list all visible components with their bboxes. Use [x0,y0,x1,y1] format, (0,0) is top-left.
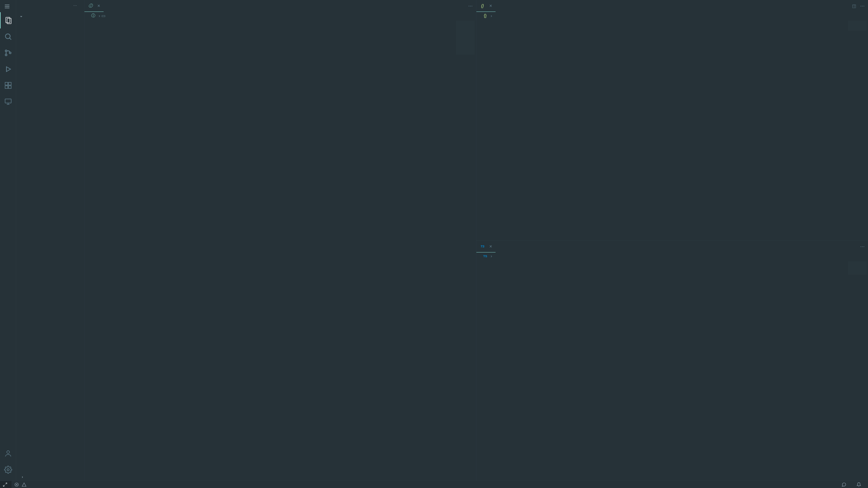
close-icon[interactable]: × [97,3,100,8]
errors-item[interactable] [12,481,31,488]
tab-package[interactable]: {} × [476,0,496,12]
close-icon[interactable]: × [489,3,492,8]
json-icon: {} [482,13,488,18]
extensions-icon[interactable] [0,77,16,94]
explorer-icon[interactable] [0,12,16,28]
svg-point-8 [5,54,7,56]
breadcrumb[interactable]: TS › [476,252,868,260]
svg-rect-15 [5,99,11,103]
theme-indicator[interactable] [0,481,12,488]
tabs-left: ⓘ × ⋯ [84,0,476,12]
minimap[interactable] [848,21,867,31]
markdown-icon: ⓘ [88,3,93,8]
svg-line-21 [3,485,5,486]
svg-rect-13 [5,86,8,88]
file-tree [16,19,84,473]
svg-line-20 [5,483,7,484]
minimap[interactable] [456,21,475,55]
menu-icon[interactable] [4,3,10,11]
editor-group-left: ⓘ × ⋯ ⓘ › ▭ [84,0,476,481]
outline-section[interactable]: › [16,473,84,481]
tab-hello[interactable]: TS × [476,241,496,252]
run-icon[interactable] [0,61,16,77]
root-folder[interactable]: ⌄ [16,12,84,19]
svg-point-18 [7,451,9,453]
account-icon[interactable] [0,445,16,462]
remote-icon[interactable] [0,94,16,110]
svg-point-9 [9,52,11,54]
more-icon[interactable]: ⋯ [73,4,77,8]
more-icon[interactable]: ⋯ [860,3,865,8]
sidebar-header: ⋯ [16,0,84,12]
svg-point-7 [5,50,7,52]
activity-bar [0,0,16,481]
breadcrumb[interactable]: {} › [476,12,868,19]
svg-rect-11 [5,82,8,85]
svg-point-19 [7,469,9,471]
settings-icon[interactable] [0,462,16,478]
svg-rect-14 [8,86,11,88]
editor-pane-hello: TS × ⋯ TS › [476,240,868,481]
ts-icon: TS [482,253,488,259]
svg-point-5 [5,34,10,39]
markdown-icon: ⓘ [91,13,96,18]
editor-hello[interactable] [476,260,868,481]
minimap[interactable] [848,261,867,275]
editor-package[interactable] [476,19,868,240]
search-icon[interactable] [0,28,16,45]
editor-readme[interactable] [84,19,476,481]
json-icon: {} [480,3,485,8]
more-icon[interactable]: ⋯ [468,3,473,8]
ts-icon: TS [480,244,485,249]
svg-rect-12 [8,82,11,85]
svg-line-6 [9,38,11,40]
split-icon[interactable]: ◫ [852,3,856,8]
svg-marker-10 [6,67,11,72]
source-control-icon[interactable] [0,45,16,61]
sidebar: ⋯ ⌄ › [16,0,84,481]
close-icon[interactable]: × [489,244,492,249]
more-icon[interactable]: ⋯ [860,244,865,249]
feedback-icon[interactable] [839,482,849,487]
breadcrumb[interactable]: ⓘ › ▭ [84,12,476,19]
editor-pane-package: {} × ◫ ⋯ {} › [476,0,868,240]
tab-readme[interactable]: ⓘ × [84,0,104,12]
status-bar [0,481,868,488]
bell-icon[interactable] [854,482,864,487]
